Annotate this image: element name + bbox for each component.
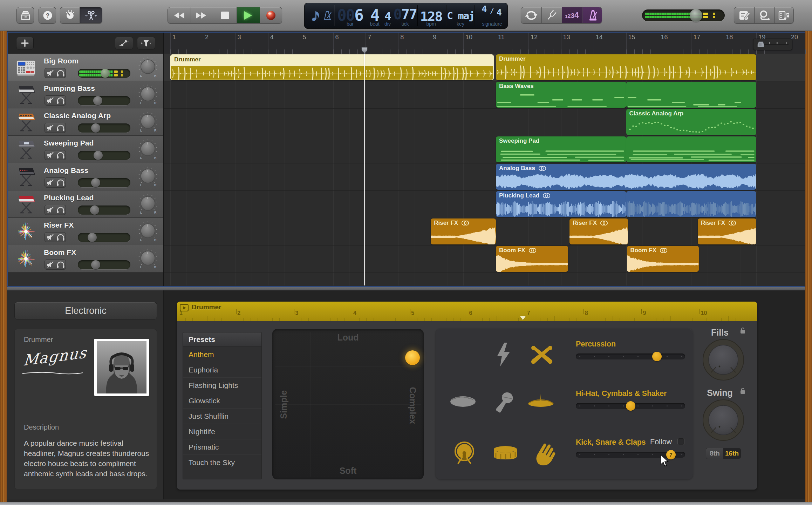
lightning-icon[interactable]	[495, 342, 512, 367]
region-drummer[interactable]: Drummer	[170, 54, 494, 80]
solo-button[interactable]	[55, 123, 66, 133]
mute-button[interactable]	[45, 123, 55, 133]
region-riser-fx[interactable]: Riser FX	[698, 218, 756, 244]
preset-item-touch-the-sky[interactable]: Touch the Sky	[183, 455, 261, 470]
drum-slider-thumb[interactable]	[652, 352, 662, 361]
drum-slider-thumb[interactable]: 7	[666, 450, 676, 459]
region-boom-fx[interactable]: Boom FX	[496, 246, 568, 272]
drum-group-slider[interactable]: 7	[576, 452, 685, 458]
region-drummer[interactable]: Drummer	[496, 54, 756, 80]
fills-knob[interactable]	[703, 339, 744, 381]
track-volume-slider[interactable]	[78, 69, 130, 78]
genre-selector[interactable]: Electronic	[14, 302, 157, 319]
preset-item-flashing-lights[interactable]: Flashing Lights	[183, 378, 261, 393]
rewind-button[interactable]	[168, 7, 191, 23]
mute-button[interactable]	[45, 95, 55, 106]
count-in-button[interactable]: 1234	[562, 7, 582, 23]
forward-button[interactable]	[191, 7, 213, 23]
region-boom-fx[interactable]: Boom FX	[627, 246, 698, 272]
pan-knob[interactable]: LR	[138, 85, 158, 105]
media-browser-button[interactable]	[774, 7, 794, 23]
solo-button[interactable]	[55, 205, 66, 215]
rate-option-8th[interactable]: 8th	[706, 448, 723, 459]
metronome-button[interactable]	[582, 7, 602, 23]
preset-item-just-shufflin[interactable]: Just Shufflin	[183, 409, 261, 424]
stop-button[interactable]	[214, 7, 237, 23]
snare-drum-icon[interactable]	[492, 444, 515, 463]
mute-button[interactable]	[45, 260, 55, 270]
track-volume-thumb[interactable]	[93, 96, 102, 105]
track-volume-slider[interactable]	[78, 260, 130, 269]
region-riser-fx[interactable]: Riser FX	[569, 218, 628, 244]
editors-button[interactable]	[80, 7, 102, 23]
cycle-button[interactable]	[521, 7, 541, 23]
rate-option-16th[interactable]: 16th	[723, 448, 741, 459]
track-volume-slider[interactable]	[78, 123, 130, 133]
clap-icon[interactable]	[533, 441, 553, 465]
track-volume-thumb[interactable]	[88, 233, 97, 242]
region-continuation[interactable]	[626, 191, 757, 217]
drum-group-slider[interactable]	[576, 403, 685, 409]
shaker-icon[interactable]	[492, 390, 516, 412]
tuner-button[interactable]	[541, 7, 562, 23]
track-volume-slider[interactable]	[78, 206, 130, 215]
add-track-button[interactable]	[16, 37, 34, 49]
follow-checkbox[interactable]	[677, 438, 684, 445]
track-volume-slider[interactable]	[78, 151, 130, 160]
kick-drum-icon[interactable]	[455, 442, 474, 465]
bar-ruler[interactable]: 1234567891011121314151617181920	[164, 33, 805, 54]
track-row-sweeping-pad[interactable]: Sweeping PadLR	[8, 136, 163, 163]
track-volume-thumb[interactable]	[91, 178, 100, 187]
catch-playhead-button[interactable]	[137, 37, 155, 49]
loop-browser-button[interactable]	[754, 7, 774, 23]
master-volume-slider[interactable]	[642, 9, 725, 21]
automation-button[interactable]	[115, 37, 133, 49]
mute-button[interactable]	[45, 150, 55, 160]
master-volume-thumb[interactable]	[690, 9, 702, 22]
track-volume-thumb[interactable]	[94, 151, 103, 160]
pan-knob[interactable]: LR	[138, 113, 158, 132]
track-volume-slider[interactable]	[78, 233, 130, 242]
preset-item-glowstick[interactable]: Glowstick	[183, 393, 261, 409]
tambourine-icon[interactable]	[450, 394, 478, 409]
pan-knob[interactable]: LR	[138, 58, 158, 78]
mute-button[interactable]	[45, 205, 55, 215]
lcd-display[interactable]: 006bar4beat4div077tick128bpmC majkey4/4s…	[304, 3, 508, 29]
track-volume-thumb[interactable]	[91, 123, 100, 133]
swing-knob[interactable]	[703, 399, 744, 441]
solo-button[interactable]	[55, 177, 66, 188]
pan-knob[interactable]: LR	[138, 222, 158, 242]
pan-knob[interactable]: LR	[138, 167, 158, 187]
editor-ruler[interactable]: Drummer 12345678910	[177, 302, 757, 321]
solo-button[interactable]	[55, 232, 66, 242]
quick-help-button[interactable]: ?	[39, 7, 56, 23]
record-button[interactable]	[260, 7, 282, 23]
drum-slider-thumb[interactable]	[626, 401, 635, 411]
playhead-marker[interactable]	[361, 47, 368, 54]
track-row-classic-analog-arp[interactable]: Classic Analog ArpLR	[8, 108, 163, 136]
region-classic-analog-arp[interactable]: Classic Analog Arp	[626, 109, 757, 135]
track-volume-thumb[interactable]	[101, 69, 110, 78]
pan-knob[interactable]: LR	[138, 140, 158, 160]
xy-pad[interactable]: LoudSoftSimpleComplex	[272, 329, 424, 479]
region-continuation[interactable]	[626, 136, 757, 162]
solo-button[interactable]	[55, 260, 66, 270]
preset-item-anthem[interactable]: Anthem	[183, 347, 261, 362]
track-row-analog-bass[interactable]: Analog BassLR	[8, 163, 163, 190]
region-plucking-lead[interactable]: Plucking Lead	[496, 191, 626, 217]
drum-group-slider[interactable]	[576, 354, 685, 359]
library-button[interactable]	[16, 7, 34, 23]
mute-button[interactable]	[45, 68, 55, 78]
preset-item-prismatic[interactable]: Prismatic	[183, 439, 261, 455]
solo-button[interactable]	[55, 95, 66, 106]
note-pads-button[interactable]	[734, 7, 754, 23]
region-continuation[interactable]	[626, 82, 757, 108]
pan-knob[interactable]: LR	[138, 195, 158, 214]
cymbal-icon[interactable]	[527, 392, 558, 409]
track-row-riser-fx[interactable]: Riser FXLR	[8, 218, 163, 245]
track-volume-slider[interactable]	[78, 96, 130, 105]
track-row-plucking-lead[interactable]: Plucking LeadLR	[8, 190, 163, 218]
region-bass-waves[interactable]: Bass Waves	[496, 82, 626, 108]
track-volume-thumb[interactable]	[91, 260, 100, 269]
drumsticks-icon[interactable]	[530, 343, 557, 366]
